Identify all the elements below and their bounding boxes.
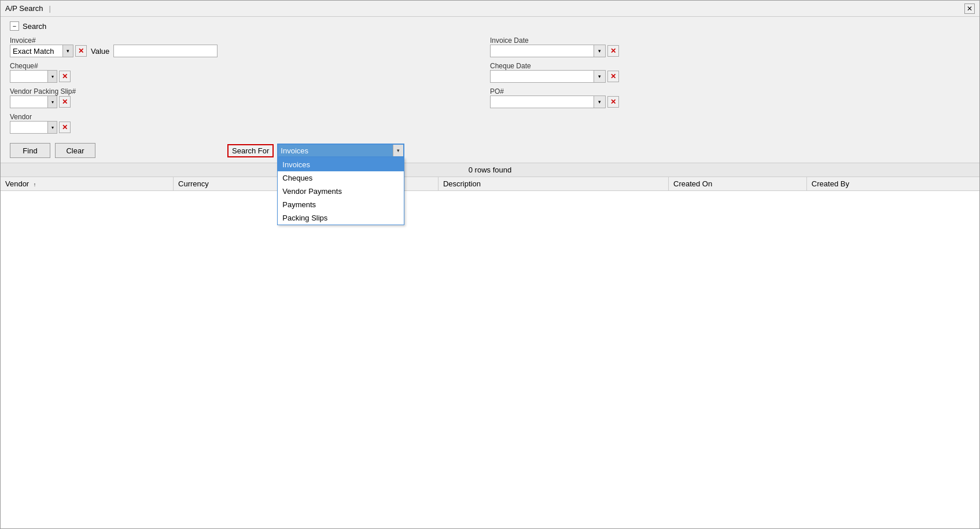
value-label: Value — [91, 47, 109, 56]
invoice-date-row: ▾ ✕ — [490, 45, 970, 57]
col-created-by-label: Created By — [812, 179, 849, 188]
po-select[interactable]: ▾ — [490, 95, 606, 108]
button-row: Find Clear Search For Invoices ▾ Invoice… — [10, 143, 970, 158]
col-created-on-label: Created On — [673, 179, 712, 188]
cheque-label: Cheque# — [10, 62, 478, 70]
dropdown-item-payments[interactable]: Payments — [278, 198, 404, 211]
po-arrow[interactable]: ▾ — [594, 96, 605, 108]
search-for-group: Search For Invoices ▾ Invoices Cheques V… — [158, 144, 404, 157]
dropdown-item-invoices[interactable]: Invoices — [278, 158, 404, 171]
vendor-packing-dropdown-arrow: ▾ — [47, 96, 57, 108]
invoice-date-arrow[interactable]: ▾ — [594, 45, 605, 57]
left-fields: Invoice# Exact Match ▾ ✕ Value — [10, 36, 490, 138]
cheque-field-group: Cheque# ▾ ✕ — [10, 62, 478, 83]
cheque-date-clear-btn[interactable]: ✕ — [607, 71, 619, 82]
dropdown-item-vendor-payments[interactable]: Vendor Payments — [278, 185, 404, 198]
invoice-date-select[interactable]: ▾ — [490, 45, 606, 57]
po-field-group: PO# ▾ ✕ — [490, 87, 970, 108]
dropdown-item-cheques[interactable]: Cheques — [278, 171, 404, 185]
col-currency-label: Currency — [178, 179, 209, 188]
col-desc-label: Description — [443, 179, 481, 188]
search-for-menu: Invoices Cheques Vendor Payments Payment… — [277, 157, 404, 225]
title-separator: | — [49, 4, 51, 13]
col-header-currency[interactable]: Currency — [174, 177, 289, 191]
cheque-date-arrow[interactable]: ▾ — [594, 71, 605, 82]
vendor-packing-clear-btn[interactable]: ✕ — [59, 96, 71, 108]
close-button[interactable]: ✕ — [964, 3, 975, 14]
find-button[interactable]: Find — [10, 143, 50, 158]
cheque-clear-btn[interactable]: ✕ — [59, 71, 71, 82]
search-panel: − Search Invoice# Exact Match ▾ — [1, 17, 979, 163]
exact-match-arrow: ▾ — [62, 45, 73, 57]
vendor-clear-btn[interactable]: ✕ — [59, 122, 71, 133]
vendor-select[interactable]: ▾ — [10, 121, 57, 134]
search-header: − Search — [10, 21, 970, 31]
section-title: Search — [23, 22, 46, 31]
cheque-date-select[interactable]: ▾ — [490, 70, 606, 83]
search-for-dropdown-arrow: ▾ — [393, 145, 403, 156]
vendor-label: Vendor — [10, 113, 478, 121]
cheque-date-label: Cheque Date — [490, 62, 970, 70]
search-for-selected-text: Invoices — [278, 145, 393, 156]
results-data-table: Vendor ↑ Currency Invoice No. Descriptio… — [1, 177, 979, 191]
results-table: Vendor ↑ Currency Invoice No. Descriptio… — [1, 177, 979, 528]
po-label: PO# — [490, 87, 970, 95]
po-clear-btn[interactable]: ✕ — [607, 96, 619, 108]
results-panel: 0 rows found Vendor ↑ Currency — [1, 163, 979, 528]
search-for-dropdown-wrapper: Invoices ▾ Invoices Cheques Vendor Payme… — [277, 144, 404, 157]
cheque-dropdown-arrow: ▾ — [47, 71, 57, 82]
vendor-row: ▾ ✕ — [10, 121, 478, 134]
col-vendor-label: Vendor — [5, 179, 29, 188]
col-header-desc[interactable]: Description — [438, 177, 668, 191]
invoice-field-group: Invoice# Exact Match ▾ ✕ Value — [10, 36, 478, 57]
rows-found-text: 0 rows found — [469, 166, 511, 174]
vendor-dropdown-arrow: ▾ — [47, 122, 57, 133]
right-fields: Invoice Date ▾ ✕ Cheque Date — [490, 36, 970, 138]
invoice-row: Exact Match ▾ ✕ Value — [10, 45, 478, 57]
main-content: − Search Invoice# Exact Match ▾ — [1, 17, 979, 528]
title-bar-left: A/P Search | — [5, 4, 51, 13]
col-header-created-on[interactable]: Created On — [669, 177, 807, 191]
invoice-label: Invoice# — [10, 36, 478, 45]
search-for-select[interactable]: Invoices ▾ — [277, 144, 404, 157]
results-info-bar: 0 rows found — [1, 163, 979, 177]
vendor-packing-label: Vendor Packing Slip# — [10, 87, 478, 95]
exact-match-text: Exact Match — [10, 47, 62, 56]
invoice-value-input[interactable] — [113, 45, 218, 57]
vendor-packing-row: ▾ ✕ — [10, 95, 478, 108]
clear-button[interactable]: Clear — [55, 143, 95, 158]
col-header-vendor[interactable]: Vendor ↑ — [1, 177, 174, 191]
ap-search-window: A/P Search | ✕ − Search Invoice# — [0, 0, 980, 529]
title-bar: A/P Search | ✕ — [1, 1, 979, 17]
search-for-label: Search For — [227, 144, 274, 157]
cheque-date-row: ▾ ✕ — [490, 70, 970, 83]
cheque-date-field-group: Cheque Date ▾ ✕ — [490, 62, 970, 83]
exact-match-select[interactable]: Exact Match ▾ — [10, 45, 73, 57]
collapse-button[interactable]: − — [10, 21, 19, 31]
table-header-row: Vendor ↑ Currency Invoice No. Descriptio… — [1, 177, 979, 191]
vendor-field-group: Vendor ▾ ✕ — [10, 113, 478, 134]
invoice-date-clear-btn[interactable]: ✕ — [607, 45, 619, 57]
vendor-packing-select[interactable]: ▾ — [10, 95, 57, 108]
cheque-select[interactable]: ▾ — [10, 70, 57, 83]
dropdown-item-packing-slips[interactable]: Packing Slips — [278, 211, 404, 225]
po-row: ▾ ✕ — [490, 95, 970, 108]
col-header-created-by[interactable]: Created By — [806, 177, 979, 191]
cheque-row: ▾ ✕ — [10, 70, 478, 83]
invoice-clear-btn[interactable]: ✕ — [75, 45, 87, 57]
invoice-date-field-group: Invoice Date ▾ ✕ — [490, 36, 970, 57]
vendor-packing-field-group: Vendor Packing Slip# ▾ ✕ — [10, 87, 478, 108]
vendor-sort-icon: ↑ — [34, 182, 36, 188]
invoice-date-label: Invoice Date — [490, 36, 970, 45]
window-title: A/P Search — [5, 4, 43, 13]
fields-grid: Invoice# Exact Match ▾ ✕ Value — [10, 36, 970, 138]
